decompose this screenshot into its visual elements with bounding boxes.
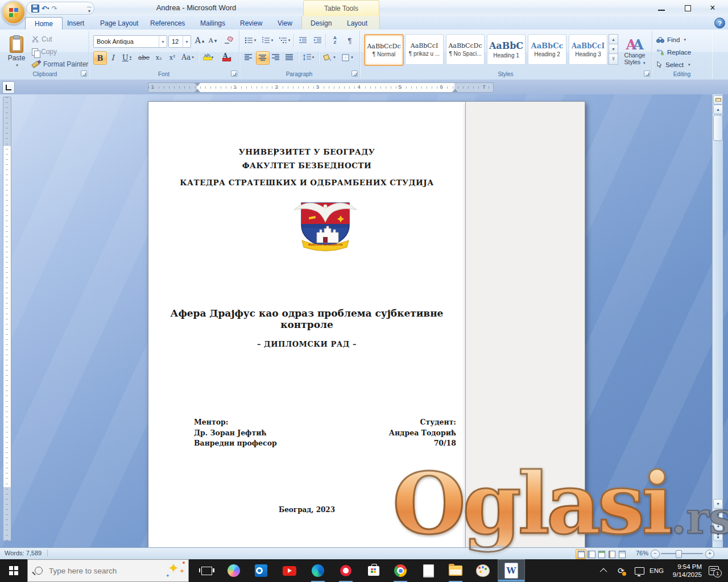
- zoom-slider-track[interactable]: [661, 553, 703, 554]
- underline-button[interactable]: U▾: [119, 51, 134, 64]
- tab-design[interactable]: Design: [305, 17, 337, 30]
- style-card-heading3[interactable]: AaBbCcI Heading 3: [569, 34, 607, 65]
- borders-button[interactable]: ▾: [339, 51, 356, 64]
- tab-page-layout[interactable]: Page Layout: [94, 17, 144, 30]
- edge-button[interactable]: [305, 559, 331, 582]
- styles-dialog-launcher[interactable]: [644, 70, 650, 77]
- clear-formatting-button[interactable]: [222, 34, 235, 47]
- replace-button[interactable]: Replace: [656, 47, 691, 58]
- cut-button[interactable]: Cut: [32, 34, 52, 44]
- grow-font-button[interactable]: A▲: [193, 34, 206, 47]
- tray-chevron-button[interactable]: [602, 559, 607, 582]
- tab-view[interactable]: View: [272, 17, 298, 30]
- line-spacing-button[interactable]: ▾: [300, 51, 316, 64]
- next-page-button[interactable]: ▼▼: [713, 531, 723, 541]
- change-case-button[interactable]: Aa▾: [180, 51, 196, 64]
- office-button[interactable]: [2, 1, 26, 24]
- bullets-button[interactable]: ▾: [242, 34, 258, 47]
- task-view-button[interactable]: [193, 559, 220, 582]
- font-color-button[interactable]: A ▾: [218, 51, 235, 64]
- zoom-slider-thumb[interactable]: [676, 550, 682, 558]
- word-count[interactable]: Words: 7,589: [5, 550, 48, 556]
- paragraph-dialog-launcher[interactable]: [351, 70, 358, 77]
- fullscreen-reading-view-button[interactable]: [586, 549, 597, 559]
- strikethrough-button[interactable]: abe: [136, 51, 151, 64]
- left-indent-marker[interactable]: [195, 89, 200, 92]
- paint-button[interactable]: [470, 559, 496, 582]
- tab-home[interactable]: Home: [25, 17, 63, 30]
- qat-customize-button[interactable]: —▾: [86, 5, 92, 14]
- notification-center-button[interactable]: 1: [709, 559, 719, 582]
- tab-layout[interactable]: Layout: [341, 17, 373, 30]
- superscript-button[interactable]: x²: [166, 51, 179, 64]
- microsoft-store-button[interactable]: [361, 559, 387, 582]
- shading-button[interactable]: ▾: [321, 51, 338, 64]
- vertical-ruler[interactable]: [3, 97, 11, 541]
- subscript-button[interactable]: x₂: [152, 51, 165, 64]
- opera-button[interactable]: [333, 559, 359, 582]
- right-indent-marker[interactable]: [452, 89, 458, 92]
- decrease-indent-button[interactable]: [296, 34, 309, 47]
- clipboard-dialog-launcher[interactable]: [81, 70, 87, 77]
- taskbar-search[interactable]: ✦ ✦ ✦: [27, 559, 189, 582]
- document-page-1[interactable]: УНИВЕРЗИТЕТ У БЕОГРАДУ ФАКУЛТЕТ БЕЗБЕДНО…: [148, 101, 466, 547]
- scrollbar-thumb[interactable]: [713, 115, 723, 141]
- tab-mailings[interactable]: Mailings: [195, 17, 231, 30]
- zoom-in-button[interactable]: +: [705, 550, 714, 559]
- show-hide-pilcrow-button[interactable]: ¶: [344, 34, 356, 47]
- tab-references[interactable]: References: [144, 17, 191, 30]
- youtube-button[interactable]: [276, 559, 303, 582]
- scroll-down-button[interactable]: ▼: [713, 499, 723, 509]
- bold-button[interactable]: B: [93, 51, 107, 65]
- tab-stop-selector[interactable]: [2, 81, 15, 94]
- font-dialog-launcher[interactable]: [231, 70, 237, 77]
- paste-button[interactable]: Paste ▾: [5, 33, 28, 70]
- chrome-button[interactable]: [387, 559, 413, 582]
- help-button[interactable]: ?: [714, 18, 725, 28]
- sort-button[interactable]: A Z: [328, 34, 342, 47]
- vertical-scrollbar[interactable]: ▲ ▼ ▲▲ ● ▼▼: [712, 94, 723, 547]
- redo-button[interactable]: ↷: [52, 5, 57, 12]
- language-indicator[interactable]: ENG: [650, 559, 664, 582]
- change-styles-button[interactable]: AA Change Styles ▾: [620, 33, 650, 72]
- restore-button[interactable]: [679, 2, 697, 14]
- tab-insert[interactable]: Insert: [61, 17, 90, 30]
- horizontal-ruler[interactable]: 1 1 2 3 4 5 6 7: [148, 82, 494, 93]
- select-button[interactable]: Select ▾: [656, 59, 690, 70]
- start-button[interactable]: [0, 559, 27, 582]
- file-explorer-button[interactable]: [442, 559, 469, 582]
- outline-view-button[interactable]: [606, 549, 617, 559]
- outlook-button[interactable]: [248, 559, 274, 582]
- justify-button[interactable]: [283, 51, 296, 64]
- format-painter-button[interactable]: Format Painter: [32, 59, 88, 69]
- word-button[interactable]: W: [498, 559, 524, 582]
- draft-view-button[interactable]: [617, 549, 627, 559]
- font-family-select[interactable]: Book Antiqua ▼: [93, 35, 167, 48]
- document-page-2[interactable]: [465, 101, 585, 547]
- align-right-button[interactable]: [270, 51, 282, 64]
- italic-button[interactable]: I: [107, 51, 118, 64]
- print-layout-view-button[interactable]: [576, 549, 586, 559]
- browse-object-button[interactable]: ●: [713, 521, 723, 531]
- web-layout-view-button[interactable]: [596, 549, 607, 559]
- numbering-button[interactable]: ▾: [259, 34, 275, 47]
- align-left-button[interactable]: [242, 51, 255, 64]
- copilot-button[interactable]: [221, 559, 247, 582]
- close-button[interactable]: ×: [704, 2, 722, 14]
- search-input[interactable]: [48, 566, 166, 576]
- notepad-button[interactable]: [415, 559, 441, 582]
- shrink-font-button[interactable]: A▼: [207, 34, 218, 47]
- multilevel-list-button[interactable]: ▾: [276, 34, 292, 47]
- clock[interactable]: 9:54 PM 9/14/2025: [670, 559, 702, 582]
- save-button[interactable]: [31, 5, 39, 13]
- styles-more-button[interactable]: ⊽: [609, 53, 618, 65]
- view-ruler-toggle-button[interactable]: [713, 95, 723, 105]
- scroll-up-button[interactable]: ▲: [713, 105, 723, 114]
- style-card-heading1[interactable]: AaBbC Heading 1: [487, 34, 526, 65]
- tab-review[interactable]: Review: [234, 17, 268, 30]
- style-card-normal[interactable]: AaBbCcDc ¶ Normal: [364, 34, 404, 66]
- style-card-prikaz[interactable]: AaBbCcI ¶ prikaz u ...: [405, 34, 444, 65]
- first-line-indent-marker[interactable]: [195, 83, 200, 86]
- increase-indent-button[interactable]: [311, 34, 324, 47]
- style-card-heading2[interactable]: AaBbCc Heading 2: [528, 34, 566, 65]
